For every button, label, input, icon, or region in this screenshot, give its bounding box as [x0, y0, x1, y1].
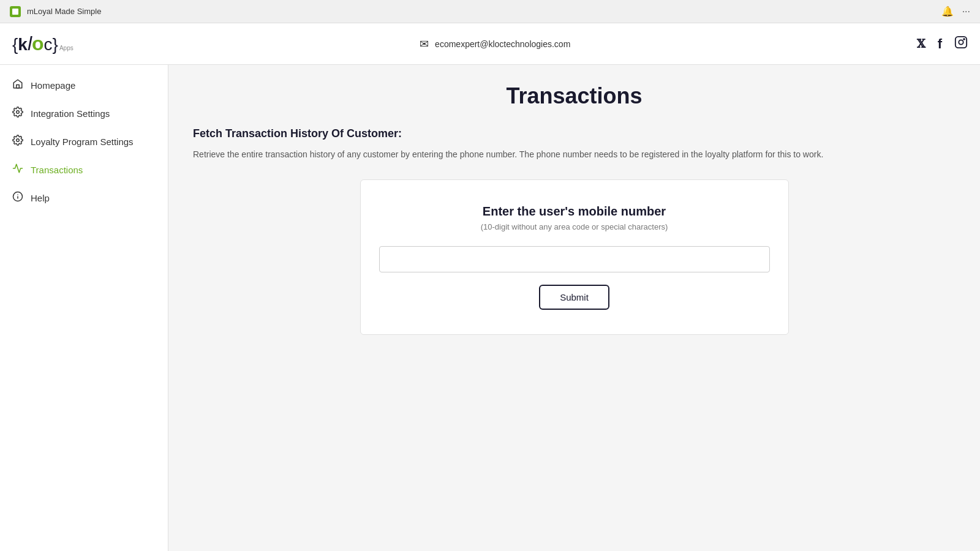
sidebar-item-loyalty-program-settings[interactable]: Loyalty Program Settings [0, 127, 168, 156]
svg-point-5 [17, 139, 20, 142]
logo-c: c [44, 35, 53, 54]
instagram-icon[interactable] [954, 36, 968, 52]
logo-apps: Apps [59, 45, 74, 51]
sidebar-item-transactions[interactable]: Transactions [0, 156, 168, 184]
svg-rect-0 [956, 37, 967, 48]
header-email: ✉ ecomexpert@kloctechnologies.com [420, 37, 570, 51]
help-icon [12, 191, 23, 204]
sidebar-homepage-label: Homepage [31, 80, 75, 91]
main-content: Transactions Fetch Transaction History O… [168, 65, 980, 551]
form-card-title: Enter the user's mobile number [379, 204, 770, 219]
sidebar: Homepage Integration Settings Loyalty Pr… [0, 65, 168, 551]
header-social: 𝕏 f [917, 36, 968, 52]
page-title: Transactions [193, 83, 956, 109]
logo: {kloc} Apps [12, 32, 74, 55]
svg-point-1 [959, 40, 963, 44]
submit-button[interactable]: Submit [539, 285, 609, 310]
browser-bar-left: mLoyal Made Simple [10, 6, 101, 17]
twitter-icon[interactable]: 𝕏 [917, 37, 925, 51]
app-header: {kloc} Apps ✉ ecomexpert@kloctechnologie… [0, 23, 980, 65]
section-heading: Fetch Transaction History Of Customer: [193, 127, 956, 140]
logo-close-curly: } [53, 35, 58, 54]
gear-icon-loyalty [12, 135, 23, 148]
form-card-subtitle: (10-digit without any area code or speci… [379, 222, 770, 231]
svg-rect-3 [17, 85, 20, 88]
logo-k: k [18, 35, 28, 54]
form-card: Enter the user's mobile number (10-digit… [360, 179, 789, 335]
browser-title: mLoyal Made Simple [27, 7, 101, 16]
app-body: Homepage Integration Settings Loyalty Pr… [0, 65, 980, 551]
browser-bar: mLoyal Made Simple 🔔 ··· [0, 0, 980, 23]
transactions-icon [12, 163, 23, 176]
more-icon[interactable]: ··· [962, 6, 970, 17]
mobile-number-input[interactable] [379, 246, 770, 272]
logo-open-curly: { [12, 35, 18, 54]
sidebar-item-integration-settings[interactable]: Integration Settings [0, 99, 168, 127]
sidebar-item-homepage[interactable]: Homepage [0, 71, 168, 99]
email-icon: ✉ [420, 37, 429, 51]
pin-icon[interactable]: 🔔 [941, 6, 954, 17]
sidebar-loyalty-label: Loyalty Program Settings [31, 137, 134, 147]
home-icon [12, 78, 23, 92]
sidebar-help-label: Help [31, 193, 50, 203]
email-address: ecomexpert@kloctechnologies.com [435, 39, 570, 49]
svg-point-2 [963, 39, 965, 40]
facebook-icon[interactable]: f [938, 36, 942, 52]
browser-favicon [10, 6, 21, 17]
sidebar-transactions-label: Transactions [31, 165, 83, 175]
sidebar-integration-label: Integration Settings [31, 108, 110, 119]
svg-point-4 [17, 111, 20, 114]
gear-icon-integration [12, 107, 23, 120]
logo-o: o [32, 32, 44, 54]
sidebar-item-help[interactable]: Help [0, 184, 168, 212]
section-description: Retrieve the entire transaction history … [193, 148, 867, 161]
logo-l: l [28, 32, 32, 54]
browser-bar-right: 🔔 ··· [941, 6, 970, 17]
